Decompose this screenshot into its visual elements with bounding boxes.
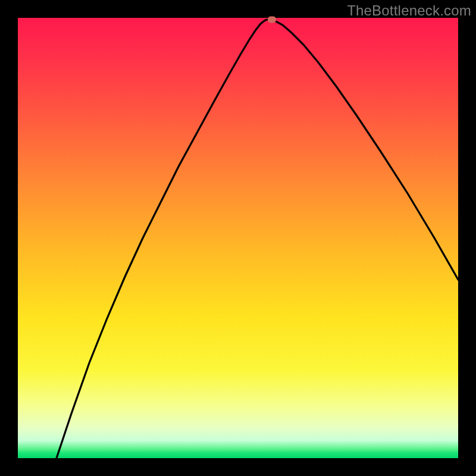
plot-area <box>18 18 458 458</box>
watermark-text: TheBottleneck.com <box>347 2 471 19</box>
chart-frame: TheBottleneck.com <box>0 0 476 476</box>
bottleneck-curve <box>18 18 458 458</box>
minimum-marker <box>268 17 276 23</box>
